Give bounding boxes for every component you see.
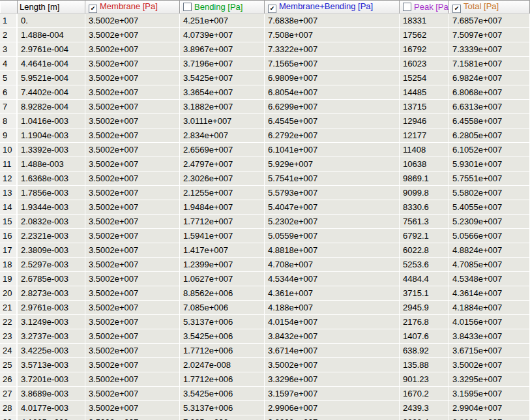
column-label: Length [m] [20,2,59,12]
table-row[interactable]: 78.9282e-0043.5002e+0073.1882e+0076.6299… [0,100,530,114]
column-header-membrane-bending[interactable]: ✔Membrane+Bending [Pa] [265,1,400,14]
table-row[interactable]: 284.0177e-0033.5002e+0075.3137e+0062.990… [0,401,530,415]
cell: 6.8068e+007 [449,85,530,100]
cell: 2.9761e-003 [18,301,85,315]
checked-checkbox-icon[interactable]: ✔ [89,5,97,13]
table-row[interactable]: 55.9521e-0043.5002e+0073.5425e+0076.9809… [0,71,530,85]
cell: 3.5425e+006 [180,387,265,401]
cell: 7.085e+006 [180,301,265,315]
table-row[interactable]: 131.7856e-0033.5002e+0072.1255e+0075.579… [0,186,530,200]
row-number: 29 [0,415,18,420]
row-number: 3 [0,42,18,57]
column-header-total[interactable]: ✔Total [Pa] [449,1,530,14]
table-row[interactable]: 162.2321e-0033.5002e+0071.5941e+0075.055… [0,229,530,243]
cell: 3.4225e-003 [18,344,85,358]
table-row[interactable]: 172.3809e-0033.5002e+0071.417e+0074.8818… [0,243,530,258]
cell: 9869.1 [400,172,449,186]
cell: 3.1595e+007 [449,387,530,401]
table-row[interactable]: 253.5713e-0033.5002e+0072.0247e-0083.500… [0,358,530,372]
table-row[interactable]: 294.1665e-0033.5002e+0077.085e+0062.8223… [0,415,530,420]
cell: 2.3809e-003 [18,243,85,258]
table-row[interactable]: 243.4225e-0033.5002e+0071.7712e+0063.671… [0,344,530,358]
table-row[interactable]: 101.3392e-0033.5002e+0072.6569e+0076.104… [0,143,530,157]
cell: 4.5348e+007 [449,272,530,286]
row-number: 17 [0,243,18,258]
table-row[interactable]: 111.488e-0033.5002e+0072.4797e+0075.929e… [0,157,530,172]
cell: 5.3137e+006 [180,401,265,415]
cell: 6.1052e+007 [449,143,530,157]
table-row[interactable]: 192.6785e-0033.5002e+0071.0627e+0074.534… [0,272,530,286]
cell: 3.5002e+007 [85,315,180,329]
table-row[interactable]: 212.9761e-0033.5002e+0077.085e+0064.188e… [0,301,530,315]
table-row[interactable]: 182.5297e-0033.5002e+0071.2399e+0074.708… [0,258,530,272]
cell: 8.8562e+006 [180,286,265,301]
cell: 3.5002e+007 [85,14,180,28]
cell: 7.3339e+007 [449,42,530,57]
column-header-membrane[interactable]: ✔Membrane [Pa] [85,1,180,14]
cell: 1.488e-003 [18,157,85,172]
cell: 1.7712e+006 [180,344,265,358]
cell: 2945.9 [400,301,449,315]
cell: 901.23 [400,372,449,387]
row-number: 7 [0,100,18,114]
unchecked-checkbox-icon[interactable] [183,3,192,11]
table-row[interactable]: 141.9344e-0033.5002e+0071.9484e+0075.404… [0,200,530,215]
cell: 6792.1 [400,229,449,243]
cell: 3.8432e+007 [265,329,400,344]
table-row[interactable]: 81.0416e-0033.5002e+0073.0111e+0076.4545… [0,114,530,128]
table-row[interactable]: 67.4402e-0043.5002e+0073.3654e+0076.8054… [0,85,530,100]
checked-checkbox-icon[interactable]: ✔ [268,5,276,13]
cell: 4.4641e-004 [18,57,85,71]
row-number: 26 [0,372,18,387]
cell: 7.6857e+007 [449,14,530,28]
cell: 2.9761e-004 [18,42,85,57]
table-row[interactable]: 263.7201e-0033.5002e+0071.7712e+0063.329… [0,372,530,387]
cell: 12177 [400,128,449,143]
cell: 1.0416e-003 [18,114,85,128]
cell: 6.6299e+007 [265,100,400,114]
table-row[interactable]: 91.1904e-0033.5002e+0072.834e+0076.2792e… [0,128,530,143]
cell: 4484.4 [400,272,449,286]
table-row[interactable]: 32.9761e-0043.5002e+0073.8967e+0077.3322… [0,42,530,57]
cell: 6.9809e+007 [265,71,400,85]
table-row[interactable]: 152.0832e-0033.5002e+0071.7712e+0075.230… [0,215,530,229]
cell: 6.1041e+007 [265,143,400,157]
cell: 3.5002e+007 [85,344,180,358]
table-row[interactable]: 44.4641e-0043.5002e+0073.7196e+0077.1565… [0,57,530,71]
checked-checkbox-icon[interactable]: ✔ [452,5,461,13]
cell: 5.0566e+007 [449,229,530,243]
cell: 1.7712e+007 [180,215,265,229]
cell: 2.8221e+007 [449,415,530,420]
cell: 2.3026e+007 [180,172,265,186]
cell: 3715.1 [400,286,449,301]
column-header-bending[interactable]: Bending [Pa] [180,1,265,14]
cell: 9099.8 [400,186,449,200]
cell: 1.2399e+007 [180,258,265,272]
cell: 5.0559e+007 [265,229,400,243]
table-row[interactable]: 21.488e-0043.5002e+0074.0739e+0077.508e+… [0,28,530,42]
corner-header-cell [0,1,18,14]
cell: 7.1565e+007 [265,57,400,71]
cell: 6.8054e+007 [265,85,400,100]
table-row[interactable]: 10.3.5002e+0074.251e+0077.6838e+00718331… [0,14,530,28]
cell: 5.4055e+007 [449,200,530,215]
cell: 3.1249e-003 [18,315,85,329]
column-header-peak[interactable]: Peak [Pa] [400,1,449,14]
row-number: 1 [0,14,18,28]
table-row[interactable]: 273.8689e-0033.5002e+0073.5425e+0063.159… [0,387,530,401]
cell: 4.0156e+007 [449,315,530,329]
table-row[interactable]: 121.6368e-0033.5002e+0072.3026e+0075.754… [0,172,530,186]
column-header-length[interactable]: Length [m] [18,1,85,14]
cell: 4.0739e+007 [180,28,265,42]
cell: 3.7201e-003 [18,372,85,387]
row-number: 2 [0,28,18,42]
cell: 2439.3 [400,401,449,415]
table-row[interactable]: 202.8273e-0033.5002e+0078.8562e+0064.361… [0,286,530,301]
unchecked-checkbox-icon[interactable] [403,3,411,11]
column-label: Membrane [Pa] [100,1,158,11]
table-row[interactable]: 223.1249e-0033.5002e+0075.3137e+0064.015… [0,315,530,329]
cell: 4.0177e-003 [18,401,85,415]
table-row[interactable]: 233.2737e-0033.5002e+0073.5425e+0063.843… [0,329,530,344]
cell: 6.4558e+007 [449,114,530,128]
cell: 7561.3 [400,215,449,229]
